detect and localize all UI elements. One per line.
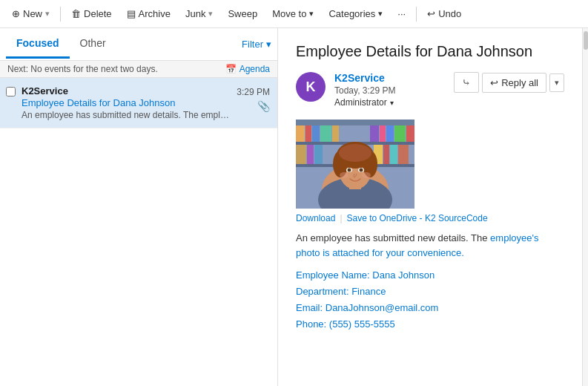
more-icon: ···	[397, 8, 406, 19]
svg-point-33	[340, 172, 348, 178]
email-subject: Employee Details for Dana Johnson	[22, 97, 231, 108]
delete-icon: 🗑	[71, 8, 81, 19]
main-area: Focused Other Filter ▾ Next: No events f…	[0, 28, 588, 386]
svg-rect-6	[312, 125, 320, 142]
svg-point-34	[362, 172, 371, 178]
svg-rect-16	[314, 145, 323, 164]
new-dropdown-icon: ▾	[45, 9, 50, 19]
calendar-icon: 📅	[225, 64, 237, 74]
email-line: Email: DanaJohnson@email.com	[296, 300, 564, 316]
more-button[interactable]: ···	[392, 5, 412, 22]
svg-point-31	[348, 169, 351, 172]
email-photo	[296, 120, 414, 209]
email-preview: An employee has submitted new details. T…	[22, 110, 231, 120]
filter-arrow-icon: ▾	[266, 39, 271, 50]
new-button[interactable]: ⊕ New ▾	[6, 5, 56, 22]
moveto-label: Move to	[272, 8, 306, 19]
email-time-detail: Today, 3:29 PM	[334, 85, 454, 96]
junk-label: Junk	[185, 8, 205, 19]
photo-container: Download | Save to OneDrive - K2 SourceC…	[296, 120, 564, 225]
email-checkbox[interactable]	[6, 87, 16, 96]
email-content: K2Service Employee Details for Dana John…	[22, 85, 231, 120]
email-item[interactable]: K2Service Employee Details for Dana John…	[0, 78, 277, 128]
email-detail-title: Employee Details for Dana Johnson	[296, 43, 564, 60]
svg-rect-9	[370, 125, 379, 142]
forward-icon: ⤷	[462, 76, 471, 88]
filter-button[interactable]: Filter ▾	[242, 39, 271, 50]
archive-button[interactable]: ▤ Archive	[121, 5, 176, 22]
department-line: Department: Finance	[296, 284, 564, 300]
categories-dropdown-icon: ▾	[378, 9, 383, 19]
tab-other[interactable]: Other	[70, 30, 116, 59]
reply-all-dropdown-button[interactable]: ▾	[549, 73, 564, 92]
svg-rect-4	[296, 125, 305, 142]
tabs-bar: Focused Other Filter ▾	[0, 28, 277, 61]
right-scrollbar	[582, 28, 588, 386]
filter-label: Filter	[242, 39, 263, 50]
email-list: K2Service Employee Details for Dana John…	[0, 78, 277, 386]
forward-button[interactable]: ⤷	[454, 72, 479, 93]
scrollbar-thumb[interactable]	[584, 31, 588, 50]
separator-1	[60, 7, 61, 22]
svg-rect-8	[332, 125, 339, 142]
svg-rect-5	[305, 125, 311, 142]
undo-label: Undo	[438, 8, 461, 19]
svg-rect-1	[296, 120, 414, 125]
reply-all-icon: ↩	[490, 77, 498, 88]
junk-button[interactable]: Junk ▾	[179, 5, 219, 22]
new-icon: ⊕	[12, 8, 20, 19]
undo-icon: ↩	[427, 8, 435, 19]
junk-dropdown-icon: ▾	[208, 9, 213, 19]
agenda-label: Agenda	[240, 64, 270, 74]
svg-point-32	[360, 169, 363, 172]
reply-all-button[interactable]: ↩ Reply all	[482, 73, 546, 93]
toolbar: ⊕ New ▾ 🗑 Delete ▤ Archive Junk ▾ Sweep …	[0, 0, 588, 28]
attachment-icon: 📎	[257, 100, 270, 112]
svg-rect-18	[383, 145, 389, 164]
tab-focused[interactable]: Focused	[6, 30, 70, 59]
svg-point-28	[339, 144, 371, 162]
svg-rect-13	[406, 125, 414, 142]
email-sender: K2Service	[22, 85, 231, 96]
phone-line: Phone: (555) 555-5555	[296, 316, 564, 333]
reply-dropdown-icon: ▾	[555, 78, 559, 88]
download-button[interactable]: Download	[296, 212, 335, 225]
archive-label: Archive	[139, 8, 171, 19]
sender-name[interactable]: K2Service	[334, 72, 454, 84]
new-label: New	[23, 8, 42, 19]
employee-name-line: Employee Name: Dana Johnson	[296, 267, 564, 284]
email-header: K K2Service Today, 3:29 PM Administrator…	[296, 72, 564, 108]
svg-rect-14	[296, 145, 306, 164]
archive-icon: ▤	[127, 8, 136, 19]
agenda-link[interactable]: 📅 Agenda	[225, 64, 270, 74]
categories-label: Categories	[328, 8, 375, 19]
email-details: Employee Name: Dana Johnson Department: …	[296, 267, 564, 333]
delete-label: Delete	[84, 8, 112, 19]
undo-button[interactable]: ↩ Undo	[421, 5, 467, 22]
svg-rect-19	[390, 145, 397, 164]
sweep-button[interactable]: Sweep	[222, 5, 263, 22]
role-dropdown-icon: ▾	[390, 99, 394, 107]
photo-action-separator: |	[335, 212, 346, 225]
svg-rect-10	[380, 125, 386, 142]
svg-rect-7	[320, 125, 331, 142]
body-paragraph: An employee has submitted new details. T…	[296, 231, 564, 260]
email-time: 3:29 PM	[237, 87, 270, 97]
separator-2	[416, 7, 417, 22]
svg-rect-15	[307, 145, 314, 164]
photo-actions: Download | Save to OneDrive - K2 SourceC…	[296, 212, 564, 225]
email-actions: ⤷ ↩ Reply all ▾	[454, 72, 564, 93]
right-panel: Employee Details for Dana Johnson K K2Se…	[278, 28, 582, 386]
left-panel: Focused Other Filter ▾ Next: No events f…	[0, 28, 278, 386]
person-image	[296, 120, 414, 209]
delete-button[interactable]: 🗑 Delete	[65, 5, 118, 22]
agenda-next-text: Next: No events for the next two days.	[7, 64, 158, 74]
agenda-bar: Next: No events for the next two days. 📅…	[0, 61, 277, 78]
moveto-button[interactable]: Move to ▾	[266, 5, 320, 22]
email-body: An employee has submitted new details. T…	[296, 231, 564, 333]
reply-all-label: Reply all	[501, 77, 538, 88]
email-role[interactable]: Administrator ▾	[334, 97, 454, 108]
email-meta: K2Service Today, 3:29 PM Administrator ▾	[334, 72, 454, 108]
categories-button[interactable]: Categories ▾	[323, 5, 389, 22]
save-to-onedrive-button[interactable]: Save to OneDrive - K2 SourceCode	[347, 212, 488, 225]
